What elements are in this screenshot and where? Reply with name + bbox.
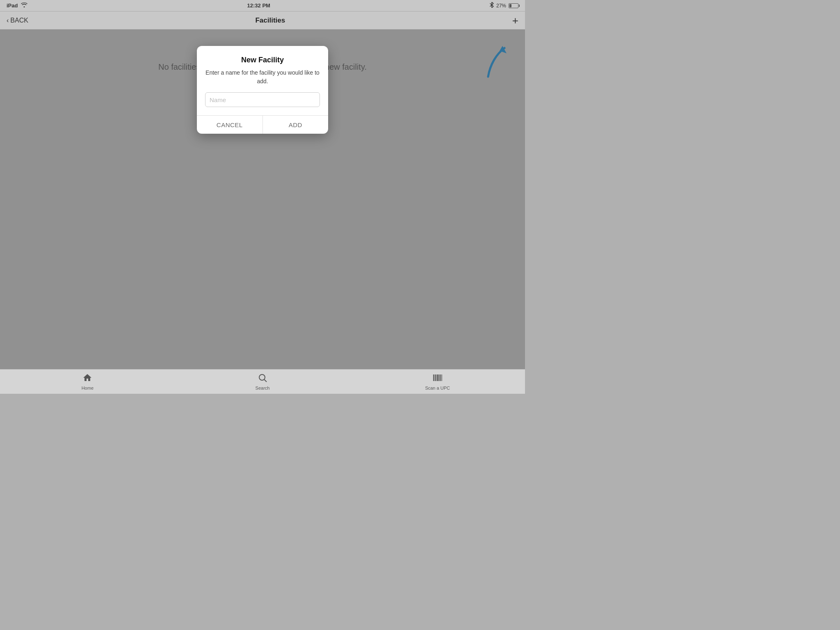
home-icon (82, 373, 92, 384)
search-icon (258, 373, 267, 384)
status-time: 12:32 PM (247, 2, 270, 9)
cancel-button[interactable]: CANCEL (197, 116, 263, 134)
svg-rect-10 (441, 374, 441, 381)
back-button[interactable]: ‹ BACK (7, 17, 28, 24)
new-facility-dialog: New Facility Enter a name for the facili… (197, 46, 328, 134)
status-left: iPad (7, 2, 27, 9)
svg-rect-3 (433, 374, 434, 381)
svg-rect-6 (436, 374, 437, 381)
svg-rect-11 (442, 374, 442, 381)
svg-rect-5 (435, 374, 436, 381)
dialog-title: New Facility (205, 56, 320, 64)
add-button-dialog[interactable]: ADD (263, 116, 329, 134)
wifi-icon (21, 2, 27, 9)
tab-scan[interactable]: Scan a UPC (350, 370, 525, 394)
svg-rect-9 (440, 374, 441, 381)
dialog-message: Enter a name for the facility you would … (205, 68, 320, 86)
tab-home-label: Home (82, 386, 94, 390)
barcode-icon (433, 373, 443, 384)
back-label: BACK (10, 17, 28, 24)
svg-rect-7 (437, 374, 438, 381)
svg-rect-8 (439, 374, 439, 381)
dialog-actions: CANCEL ADD (197, 115, 328, 134)
tab-bar: Home Search Scan a UPC (0, 369, 525, 394)
battery-icon (509, 3, 518, 8)
svg-line-2 (265, 380, 267, 382)
dialog-overlay: New Facility Enter a name for the facili… (0, 30, 525, 369)
dialog-content: New Facility Enter a name for the facili… (197, 46, 328, 115)
svg-point-1 (259, 374, 265, 380)
main-content: No facilities have been added. Tap + to … (0, 30, 525, 369)
page-title: Facilities (255, 16, 285, 25)
battery-percent: 27% (496, 3, 506, 9)
add-button[interactable]: + (512, 15, 518, 26)
facility-name-input[interactable] (205, 92, 320, 107)
tab-search-label: Search (256, 386, 270, 390)
status-bar: iPad 12:32 PM 27% (0, 0, 525, 11)
status-right: 27% (490, 2, 518, 9)
svg-rect-4 (434, 374, 435, 381)
tab-scan-label: Scan a UPC (425, 386, 450, 390)
nav-bar: ‹ BACK Facilities + (0, 11, 525, 30)
tab-search[interactable]: Search (175, 370, 350, 394)
device-label: iPad (7, 2, 18, 9)
bluetooth-icon (490, 2, 494, 9)
tab-home[interactable]: Home (0, 370, 175, 394)
chevron-left-icon: ‹ (7, 17, 9, 24)
